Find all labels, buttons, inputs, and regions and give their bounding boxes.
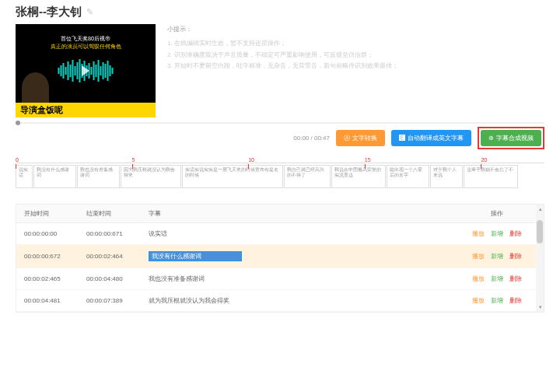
table-row[interactable]: 00:00:02:465 00:00:04:480 我也没有准备感谢词 播放新增…	[16, 268, 544, 290]
segment-track[interactable]: 说实话 我没有什么感谢词 我也没有准备感谢词 因为我压根就没认为我会得奖 实话实…	[16, 165, 544, 188]
subtitle-table: ▴ ▾ 开始时间 结束时间 字幕 操作 00:00:00:00 00:00:00…	[16, 204, 544, 313]
segment[interactable]: 我自己就已经高兴的不得了	[284, 165, 331, 188]
tick: 20	[481, 157, 487, 163]
tick: 15	[365, 157, 371, 163]
cell-start: 00:00:00:00	[24, 230, 86, 237]
cell-end: 00:00:07:389	[86, 297, 149, 304]
tip-line: 2. 识别准确度取决于声音质量，不稳定可严重影响使用，可反馈至仿信群；	[167, 50, 544, 61]
col-actions: 操作	[458, 209, 536, 218]
cell-text[interactable]: 就为我压根就没认为我会得奖	[149, 296, 458, 305]
table-row[interactable]: 00:00:00:00 00:00:00:671 说实话 播放新增删除	[16, 223, 544, 245]
cell-text[interactable]: 我也没有准备感谢词	[149, 275, 458, 283]
time-display: 00:00 / 00:47	[293, 135, 330, 142]
tick: 10	[248, 157, 254, 163]
segment[interactable]: 因为我压根就没认为我会得奖	[121, 165, 181, 188]
tip-line: 1. 在线编辑实时生效，暂不支持还原操作；	[167, 38, 544, 49]
video-player[interactable]: 首位飞天奖80后视帝 真正的演员可以驾驭任何角色 导演盒饭呢	[16, 24, 156, 117]
play-icon[interactable]	[82, 65, 89, 76]
video-caption: 导演盒饭呢	[16, 103, 156, 117]
tick: 5	[132, 157, 135, 163]
scroll-up-icon[interactable]: ▴	[539, 206, 542, 212]
delete-action[interactable]: 删除	[509, 275, 522, 282]
play-action[interactable]: 播放	[472, 253, 485, 260]
delete-action[interactable]: 删除	[509, 297, 522, 304]
delete-action[interactable]: 删除	[509, 253, 522, 260]
delete-action[interactable]: 删除	[509, 230, 522, 237]
scroll-down-icon[interactable]: ▾	[539, 304, 542, 310]
convert-button[interactable]: Ⓐ文字转换	[336, 130, 385, 146]
cell-start: 00:00:02:465	[24, 275, 86, 282]
add-action[interactable]: 新增	[491, 253, 503, 260]
page-title: 张桐--李大钊	[16, 5, 82, 19]
cell-end: 00:00:02:464	[86, 253, 149, 260]
tip-line: 3. 开始时不要留空白段，吐字标准，无杂音，无背景音，新句前略停识别效果最佳；	[167, 61, 544, 72]
edit-icon[interactable]: ✎	[86, 7, 93, 17]
cell-text[interactable]: 说实话	[149, 229, 458, 238]
play-action[interactable]: 播放	[472, 230, 485, 237]
highlight-box: ⊕字幕合成视频	[478, 127, 544, 149]
cell-start: 00:00:04:481	[24, 297, 86, 304]
segment[interactable]: 这辈子我都不会忘了不	[464, 165, 518, 188]
table-header: 开始时间 结束时间 字幕 操作	[16, 205, 544, 223]
cell-start: 00:00:00:672	[24, 253, 86, 260]
tips-panel: 小提示： 1. 在线编辑实时生效，暂不支持还原操作； 2. 识别准确度取决于声音…	[167, 24, 544, 117]
segment[interactable]: 说实话	[16, 165, 33, 188]
col-start: 开始时间	[24, 209, 86, 218]
tips-header: 小提示：	[167, 24, 544, 35]
scroll-thumb[interactable]	[537, 220, 543, 243]
play-action[interactable]: 播放	[472, 275, 485, 282]
segment[interactable]: 对于我个人来说	[430, 165, 463, 188]
table-row[interactable]: 00:00:00:672 00:00:02:464 播放新增删除	[16, 245, 544, 268]
col-end: 结束时间	[86, 209, 149, 218]
compose-button[interactable]: ⊕字幕合成视频	[481, 130, 541, 146]
segment[interactable]: 实话实说实实是一届飞天奖的时候宣布有提名的时候	[182, 165, 283, 188]
translate-button[interactable]: 🅴自动翻译成英文字幕	[391, 130, 471, 146]
scrollbar[interactable]: ▴ ▾	[536, 205, 544, 312]
cell-end: 00:00:00:671	[86, 230, 149, 237]
add-action[interactable]: 新增	[491, 230, 503, 237]
video-overlay-text: 首位飞天奖80后视帝	[22, 35, 149, 43]
segment[interactable]: 我也没有准备感谢词	[77, 165, 120, 188]
segment[interactable]: 我说在中国最高荣誉的实况里边	[331, 165, 386, 188]
video-thumb-person	[22, 72, 49, 103]
translate-icon: 🅴	[399, 135, 405, 142]
segment[interactable]: 我没有什么感谢词	[33, 165, 76, 188]
col-subtitle: 字幕	[149, 209, 458, 218]
progress-bar[interactable]	[16, 122, 544, 124]
video-overlay-text2: 真正的演员可以驾驭任何角色	[22, 43, 149, 51]
timeline-ruler[interactable]: 0 5 10 15 20	[16, 156, 544, 163]
text-icon: Ⓐ	[344, 134, 350, 142]
play-action[interactable]: 播放	[472, 297, 485, 304]
subtitle-input[interactable]	[149, 251, 242, 261]
add-action[interactable]: 新增	[491, 275, 503, 282]
table-row[interactable]: 00:00:04:481 00:00:07:389 就为我压根就没认为我会得奖 …	[16, 290, 544, 312]
cell-end: 00:00:04:480	[86, 275, 149, 282]
segment[interactable]: 能出现一个八零后的名字	[387, 165, 429, 188]
add-action[interactable]: 新增	[491, 297, 503, 304]
tick: 0	[16, 157, 19, 163]
video-icon: ⊕	[488, 135, 494, 142]
